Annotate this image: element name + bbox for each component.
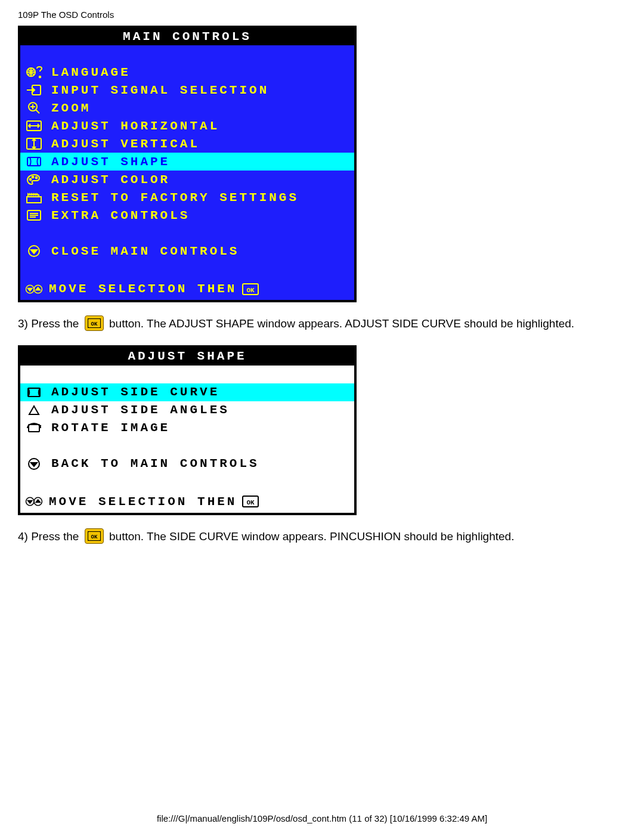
menu-item-adjust-shape[interactable]: ADJUST SHAPE bbox=[20, 153, 354, 171]
menu-item-side-curve[interactable]: ADJUST SIDE CURVE bbox=[20, 383, 354, 401]
extra-controls-icon bbox=[25, 208, 43, 222]
menu-item-side-angles[interactable]: ADJUST SIDE ANGLES bbox=[20, 401, 354, 419]
step-suffix: button. The ADJUST SHAPE window appears.… bbox=[109, 317, 574, 330]
ok-button-icon: OK bbox=[85, 528, 104, 544]
down-arrow-circle-icon bbox=[25, 457, 43, 471]
osd-main-controls: MAIN CONTROLS LANGUAGE INPUT SIGNAL SELE… bbox=[18, 26, 357, 302]
menu-label: ROTATE IMAGE bbox=[51, 420, 170, 435]
menu-label: EXTRA CONTROLS bbox=[51, 208, 190, 223]
menu-label: ADJUST VERTICAL bbox=[51, 137, 200, 151]
down-arrow-circle-icon bbox=[25, 244, 43, 258]
svg-text:OK: OK bbox=[91, 534, 97, 540]
up-down-arrows-icon bbox=[25, 282, 43, 296]
menu-item-rotate-image[interactable]: ROTATE IMAGE bbox=[20, 419, 354, 437]
step-3-text: 3) Press the OK button. The ADJUST SHAPE… bbox=[18, 313, 590, 335]
menu-label: ADJUST COLOR bbox=[51, 172, 170, 187]
menu-label: LANGUAGE bbox=[51, 65, 131, 80]
factory-reset-icon bbox=[25, 190, 43, 205]
rotate-image-icon bbox=[25, 421, 43, 435]
menu-label: INPUT SIGNAL SELECTION bbox=[51, 83, 269, 98]
ok-button-icon: OK bbox=[85, 315, 104, 331]
osd-title: ADJUST SHAPE bbox=[20, 348, 354, 365]
svg-point-8 bbox=[32, 176, 34, 178]
palette-icon bbox=[25, 172, 43, 187]
menu-item-extra-controls[interactable]: EXTRA CONTROLS bbox=[20, 206, 354, 224]
osd-title: MAIN CONTROLS bbox=[20, 28, 354, 45]
svg-rect-6 bbox=[27, 157, 41, 166]
step-suffix: button. The SIDE CURVE window appears. P… bbox=[109, 530, 514, 543]
menu-label: ADJUST HORIZONTAL bbox=[51, 119, 219, 134]
step-4-text: 4) Press the OK button. The SIDE CURVE w… bbox=[18, 526, 590, 547]
svg-point-1 bbox=[39, 76, 41, 78]
step-prefix: 4) Press the bbox=[18, 530, 82, 543]
svg-text:OK: OK bbox=[91, 321, 97, 327]
menu-label: CLOSE MAIN CONTROLS bbox=[51, 244, 239, 259]
osd-hint: MOVE SELECTION THEN OK bbox=[20, 278, 354, 300]
svg-rect-20 bbox=[29, 425, 39, 432]
up-down-arrows-icon bbox=[25, 494, 43, 509]
page-header: 109P The OSD Controls bbox=[18, 10, 626, 20]
page-footer: file:///G|/manual/english/109P/osd/osd_c… bbox=[0, 813, 644, 823]
side-angles-icon bbox=[25, 403, 43, 417]
svg-point-9 bbox=[36, 177, 38, 179]
osd-adjust-shape: ADJUST SHAPE ADJUST SIDE CURVE ADJUST SI… bbox=[18, 345, 357, 515]
magnifier-plus-icon bbox=[25, 101, 43, 115]
step-prefix: 3) Press the bbox=[18, 317, 82, 330]
hint-text: MOVE SELECTION THEN bbox=[49, 281, 237, 296]
svg-text:OK: OK bbox=[247, 499, 255, 506]
adjust-shape-icon bbox=[25, 154, 43, 169]
menu-label: BACK TO MAIN CONTROLS bbox=[51, 456, 259, 471]
menu-label: ADJUST SIDE CURVE bbox=[51, 385, 219, 400]
menu-label: ADJUST SHAPE bbox=[51, 154, 170, 169]
menu-label: RESET TO FACTORY SETTINGS bbox=[51, 190, 299, 205]
adjust-vertical-icon bbox=[25, 137, 43, 151]
menu-label: ADJUST SIDE ANGLES bbox=[51, 402, 230, 417]
adjust-horizontal-icon bbox=[25, 119, 43, 133]
globe-question-icon bbox=[25, 65, 43, 79]
menu-label: ZOOM bbox=[51, 101, 91, 116]
svg-rect-10 bbox=[27, 197, 41, 203]
menu-item-factory-reset[interactable]: RESET TO FACTORY SETTINGS bbox=[20, 188, 354, 206]
menu-item-input-signal[interactable]: INPUT SIGNAL SELECTION bbox=[20, 81, 354, 99]
hint-text: MOVE SELECTION THEN bbox=[49, 494, 237, 509]
menu-item-adjust-color[interactable]: ADJUST COLOR bbox=[20, 171, 354, 188]
svg-point-7 bbox=[30, 179, 32, 181]
menu-item-adjust-horizontal[interactable]: ADJUST HORIZONTAL bbox=[20, 117, 354, 135]
menu-item-language[interactable]: LANGUAGE bbox=[20, 63, 354, 81]
ok-box-icon: OK bbox=[242, 494, 259, 509]
menu-item-zoom[interactable]: ZOOM bbox=[20, 99, 354, 117]
svg-text:OK: OK bbox=[247, 287, 255, 294]
menu-item-back[interactable]: BACK TO MAIN CONTROLS bbox=[20, 455, 354, 473]
input-arrow-icon bbox=[25, 83, 43, 97]
menu-item-adjust-vertical[interactable]: ADJUST VERTICAL bbox=[20, 135, 354, 153]
side-curve-icon bbox=[25, 385, 43, 400]
menu-item-close[interactable]: CLOSE MAIN CONTROLS bbox=[20, 242, 354, 260]
ok-box-icon: OK bbox=[242, 282, 259, 296]
osd-hint: MOVE SELECTION THEN OK bbox=[20, 491, 354, 513]
